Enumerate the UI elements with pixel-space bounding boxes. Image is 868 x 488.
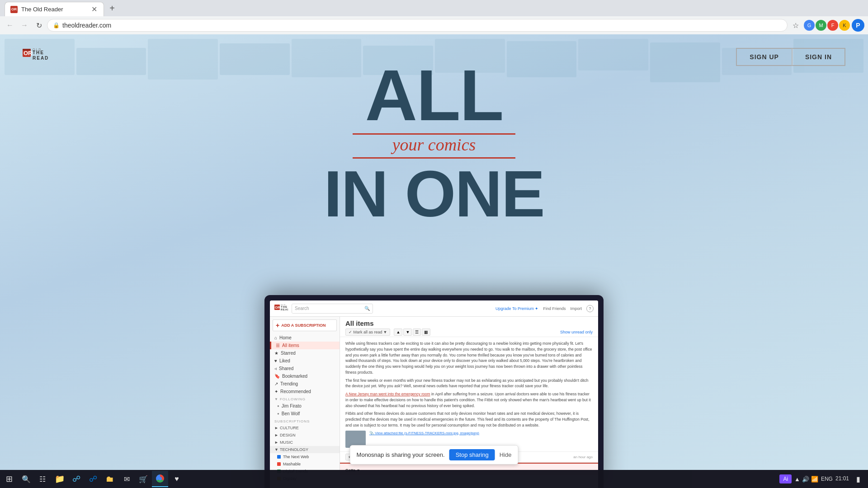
ext-icon-2[interactable]: M (816, 20, 826, 31)
view-list-btn[interactable]: ☰ (413, 328, 421, 336)
culture-category[interactable]: ► CULTURE (270, 424, 340, 432)
stop-sharing-button[interactable]: Stop sharing (449, 449, 495, 460)
article-para-3: A New Jersey man went into the emergency… (345, 391, 593, 408)
new-tab-button[interactable]: + (105, 1, 119, 15)
taskbar-right: Ai ▲ 🔊 📶 ENG 21:01 ▮ (776, 473, 868, 485)
following-section-header[interactable]: ▼ FOLLOWING (270, 395, 340, 402)
subscriptions-section-header[interactable]: SUBSCRIPTIONS (270, 418, 340, 424)
address-bar-row: ← → ↻ 🔒 theoldreader.com ☆ G M F K P (0, 16, 868, 34)
taskbar-icon-ie[interactable]: ☍ (85, 471, 101, 487)
taskbar-app-icons: 📁 ☍ ☍ 🖿 ✉ 🛒 ♥ (52, 471, 185, 487)
content-toolbar: ✓ Mark all as read ▼ ▲ ▼ ☰ ▦ Show unread… (345, 328, 593, 336)
following-jim[interactable]: ● Jim Firato (270, 402, 340, 410)
home-icon: ⌂ (274, 335, 277, 340)
time-display: 21:01 (835, 475, 849, 483)
hero-all: ALL (0, 59, 868, 131)
tray-icon-2[interactable]: 🔊 (802, 476, 809, 483)
svg-text:OLD: OLD (33, 48, 42, 51)
mockup-search-box[interactable]: Search 🔍 (292, 304, 373, 314)
view-up-btn[interactable]: ▲ (394, 328, 402, 336)
design-category[interactable]: ► DESIGN (270, 432, 340, 439)
show-unread-label[interactable]: Show unread only (560, 330, 593, 334)
tab-favicon: OR (10, 6, 18, 13)
taskbar-icon-folder[interactable]: 🖿 (102, 471, 118, 487)
language-indicator[interactable]: ENG (821, 476, 833, 482)
technology-category[interactable]: ▼ TECHNOLOGY (270, 446, 340, 453)
hero-section: ALL your comics IN ONE (0, 59, 868, 227)
ext-icon-4[interactable]: K (839, 20, 850, 31)
taskbar-icon-explorer[interactable]: 📁 (52, 471, 68, 487)
page-wrapper: OR THE OLD READER SIGN UP SIGN IN ALL yo… (0, 34, 868, 488)
tab-bar: OR The Old Reader ✕ + (0, 0, 868, 16)
upgrade-link[interactable]: Upgrade To Premium ✦ (495, 306, 538, 311)
sidebar-item-bookmarked[interactable]: 🔖 Bookmarked (270, 372, 340, 380)
tray-icon-3[interactable]: 📶 (811, 476, 818, 483)
bookmark-icon[interactable]: ☆ (789, 19, 802, 32)
ext-icon-1[interactable]: G (804, 20, 815, 31)
mockup-topbar-links: Upgrade To Premium ✦ Find Friends Import… (495, 305, 594, 312)
content-title: All items (345, 319, 593, 327)
help-icon[interactable]: ? (586, 305, 594, 312)
tech-next-web[interactable]: The Next Web (270, 453, 340, 460)
reload-button[interactable]: ↻ (33, 19, 45, 32)
ext-icon-3[interactable]: F (827, 20, 838, 31)
task-view-button[interactable]: ☷ (34, 471, 51, 487)
add-subscription-button[interactable]: + ADD A SUBSCRIPTION (273, 319, 337, 331)
import-link[interactable]: Import (570, 306, 582, 311)
hide-button[interactable]: Hide (500, 451, 512, 458)
starred-icon: ★ (274, 351, 278, 356)
active-tab[interactable]: OR The Old Reader ✕ (5, 2, 104, 16)
article-footer-link[interactable]: 📎 View attached file (s-FITNESS-TRACKERS… (369, 431, 479, 436)
following-ben[interactable]: ● Ben Wolf (270, 410, 340, 418)
extension-icons: G M F K (804, 20, 850, 31)
feed-icon-1 (277, 455, 281, 459)
following-chevron: ▼ (274, 397, 278, 401)
tech-mashable[interactable]: Mashable (270, 460, 340, 468)
taskbar-icon-mail[interactable]: ✉ (118, 471, 135, 487)
back-button[interactable]: ← (4, 19, 16, 32)
view-grid-btn[interactable]: ▦ (422, 328, 430, 336)
article-link[interactable]: A New Jersey man went into the emergency… (345, 392, 430, 396)
music-expand-icon: ► (274, 440, 278, 445)
article-para-2: The first few weeks or even months with … (345, 378, 593, 389)
taskbar-icon-edge[interactable]: ☍ (68, 471, 85, 487)
taskbar-search[interactable]: 🔍 (18, 471, 34, 487)
ai-badge[interactable]: Ai (779, 474, 792, 483)
mark-all-read-button[interactable]: ✓ Mark all as read ▼ (345, 328, 390, 336)
sidebar-item-all[interactable]: ☰ All items (270, 342, 340, 349)
address-box[interactable]: 🔒 theoldreader.com (47, 19, 788, 32)
svg-text:READER: READER (281, 308, 288, 311)
taskbar-icon-store[interactable]: 🛒 (135, 471, 151, 487)
sidebar-item-shared[interactable]: ◃ Shared (270, 365, 340, 372)
lock-icon: 🔒 (53, 22, 60, 28)
plus-icon: + (276, 322, 279, 329)
content-header: All items ✓ Mark all as read ▼ ▲ ▼ ☰ ▦ (340, 317, 598, 337)
view-down-btn[interactable]: ▼ (403, 328, 412, 336)
search-placeholder: Search (295, 306, 309, 311)
find-friends-link[interactable]: Find Friends (543, 306, 566, 311)
tab-close-icon[interactable]: ✕ (90, 5, 98, 14)
add-sub-label: ADD A SUBSCRIPTION (281, 323, 326, 328)
forward-button[interactable]: → (18, 19, 31, 32)
culture-expand-icon: ► (274, 426, 278, 430)
sidebar-item-liked[interactable]: ♥ Liked (270, 357, 340, 365)
monosnap-message: Monosnap is sharing your screen. (357, 451, 445, 458)
user-icon-2: ● (277, 412, 279, 416)
tray-icon-1[interactable]: ▲ (794, 476, 800, 483)
sidebar-item-recommended[interactable]: ✦ Recommended (270, 388, 340, 395)
taskbar-icon-chrome[interactable] (152, 471, 168, 487)
browser-chrome: OR The Old Reader ✕ + ← → ↻ 🔒 theoldread… (0, 0, 868, 34)
profile-circle[interactable]: P (852, 19, 864, 32)
start-button[interactable]: ⊞ (0, 470, 18, 488)
sidebar-item-starred[interactable]: ★ Starred (270, 349, 340, 357)
taskbar-icon-extra[interactable]: ♥ (169, 471, 185, 487)
sidebar-item-home[interactable]: ⌂ Home (270, 334, 340, 342)
music-category[interactable]: ► MUSIC (270, 439, 340, 446)
technology-expand-icon: ▼ (274, 447, 278, 452)
taskbar-clock[interactable]: 21:01 (835, 475, 849, 483)
sidebar-item-trending[interactable]: ↗ Trending (270, 380, 340, 388)
shared-icon: ◃ (274, 366, 277, 371)
windows-taskbar: ⊞ 🔍 ☷ 📁 ☍ ☍ 🖿 ✉ 🛒 ♥ Ai ▲ 🔊 📶 ENG (0, 470, 868, 488)
notification-icon[interactable]: ▮ (852, 473, 864, 485)
mockup-logo[interactable]: OR THE OLD READER (274, 303, 288, 314)
